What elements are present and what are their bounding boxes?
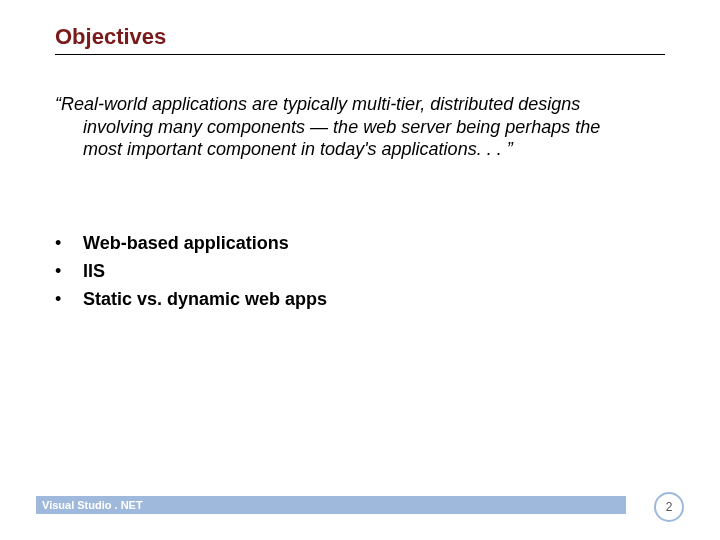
bullet-text: IIS xyxy=(83,258,105,286)
list-item: • IIS xyxy=(55,258,665,286)
list-item: • Static vs. dynamic web apps xyxy=(55,286,665,314)
footer-bar: Visual Studio . NET xyxy=(36,496,626,514)
list-item: • Web-based applications xyxy=(55,230,665,258)
page-number: 2 xyxy=(666,500,673,514)
slide: Objectives “Real-world applications are … xyxy=(0,0,720,540)
slide-title: Objectives xyxy=(55,24,166,50)
quote-line-2: involving many components — the web serv… xyxy=(83,116,665,139)
bullet-icon: • xyxy=(55,230,83,258)
page-number-badge: 2 xyxy=(654,492,684,522)
quote-line-1: “Real-world applications are typically m… xyxy=(55,93,665,116)
bullet-icon: • xyxy=(55,286,83,314)
bullet-text: Static vs. dynamic web apps xyxy=(83,286,327,314)
title-underline xyxy=(55,54,665,55)
bullet-text: Web-based applications xyxy=(83,230,289,258)
quote-block: “Real-world applications are typically m… xyxy=(55,93,665,161)
footer-label: Visual Studio . NET xyxy=(42,499,143,511)
bullet-icon: • xyxy=(55,258,83,286)
bullet-list: • Web-based applications • IIS • Static … xyxy=(55,230,665,314)
quote-line-3: most important component in today's appl… xyxy=(83,138,665,161)
